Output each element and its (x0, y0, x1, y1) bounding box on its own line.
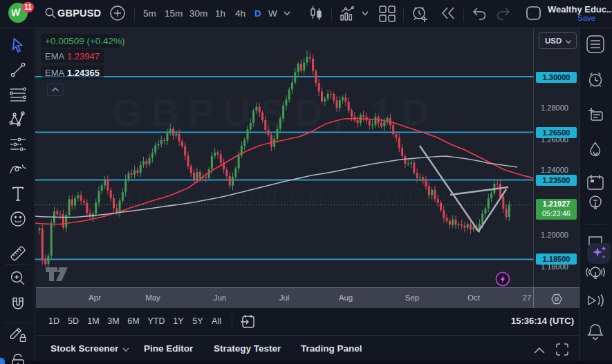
svg-text:British Pound / U.S. Dollar: British Pound / U.S. Dollar (108, 184, 450, 208)
svg-text:GBPUSD, 1D: GBPUSD, 1D (112, 90, 438, 134)
